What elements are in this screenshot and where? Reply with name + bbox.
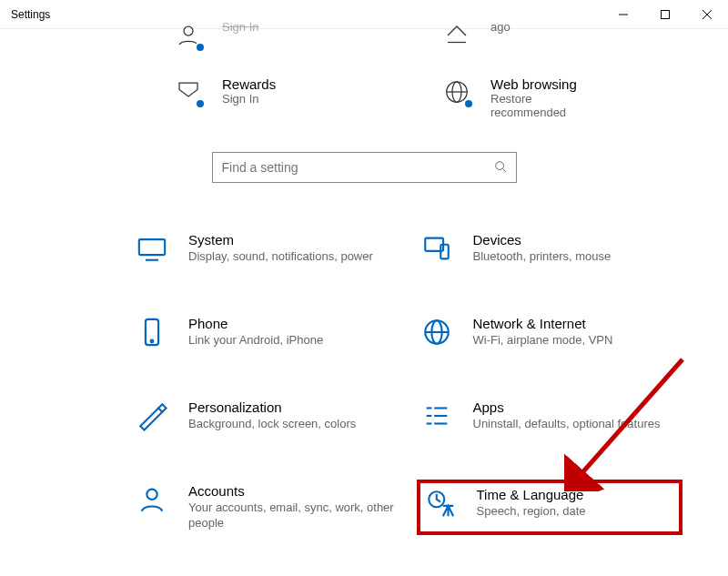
- apps-icon: [420, 399, 453, 432]
- category-title: Time & Language: [477, 487, 586, 502]
- status-sub: ago: [490, 20, 511, 34]
- category-sub: Wi-Fi, airplane mode, VPN: [473, 333, 613, 349]
- status-title: Rewards: [222, 76, 276, 92]
- category-system[interactable]: System Display, sound, notifications, po…: [132, 228, 399, 268]
- personalization-icon: [136, 399, 168, 432]
- status-sub: Restore: [490, 92, 577, 106]
- svg-rect-14: [146, 319, 158, 345]
- category-time-language[interactable]: Time & Language Speech, region, date: [417, 480, 683, 535]
- category-sub: Bluetooth, printers, mouse: [473, 249, 612, 265]
- rewards-icon: [173, 76, 204, 107]
- svg-rect-10: [139, 239, 165, 255]
- settings-categories: System Display, sound, notifications, po…: [0, 228, 728, 535]
- svg-line-9: [502, 168, 506, 172]
- system-icon: [136, 232, 168, 265]
- time-language-icon: [424, 487, 457, 520]
- svg-point-8: [495, 161, 503, 169]
- close-icon: [703, 10, 712, 19]
- status-dot: [195, 42, 206, 53]
- svg-point-15: [151, 340, 154, 343]
- window-title: Settings: [11, 8, 50, 21]
- category-sub: Display, sound, notifications, power: [188, 249, 373, 265]
- svg-point-25: [147, 490, 157, 500]
- category-network[interactable]: Network & Internet Wi-Fi, airplane mode,…: [417, 312, 683, 352]
- category-sub: Speech, region, date: [477, 504, 586, 520]
- category-devices[interactable]: Devices Bluetooth, printers, mouse: [417, 228, 683, 268]
- category-title: System: [188, 232, 373, 248]
- close-button[interactable]: [686, 0, 728, 28]
- status-sub2: recommended: [490, 106, 577, 119]
- globe-icon: [441, 76, 472, 107]
- minimize-icon: [619, 10, 628, 19]
- svg-rect-1: [662, 10, 670, 18]
- category-sub: Background, lock screen, colors: [188, 417, 356, 432]
- user-icon: [173, 20, 204, 51]
- category-title: Personalization: [188, 399, 356, 415]
- status-sub: Sign In: [222, 92, 276, 106]
- status-item-signin[interactable]: Sign In: [173, 20, 423, 51]
- network-icon: [420, 316, 453, 349]
- status-item-update[interactable]: ago: [441, 20, 692, 51]
- status-title: Web browsing: [490, 76, 577, 92]
- status-item-web-browsing[interactable]: Web browsing Restore recommended: [441, 76, 692, 119]
- category-title: Network & Internet: [473, 316, 613, 331]
- category-title: Devices: [473, 232, 612, 248]
- svg-point-4: [184, 26, 193, 35]
- status-row-upper: Sign In ago: [0, 20, 728, 60]
- category-personalization[interactable]: Personalization Background, lock screen,…: [132, 396, 399, 436]
- search-wrap: [0, 152, 728, 183]
- category-sub: Uninstall, defaults, optional features: [473, 417, 661, 432]
- category-phone[interactable]: Phone Link your Android, iPhone: [132, 312, 399, 352]
- accounts-icon: [136, 483, 168, 516]
- category-sub: Your accounts, email, sync, work, other …: [188, 500, 395, 531]
- update-icon: [441, 20, 472, 51]
- maximize-icon: [661, 10, 670, 19]
- category-sub: Link your Android, iPhone: [188, 333, 323, 349]
- category-title: Accounts: [188, 483, 395, 499]
- status-sub: Sign In: [222, 20, 258, 34]
- devices-icon: [420, 232, 453, 265]
- category-apps[interactable]: Apps Uninstall, defaults, optional featu…: [417, 396, 683, 436]
- search-input[interactable]: [222, 160, 487, 175]
- category-title: Apps: [473, 399, 661, 415]
- status-item-rewards[interactable]: Rewards Sign In: [173, 76, 423, 119]
- status-row-lower: Rewards Sign In Web browsing Restore rec…: [0, 76, 728, 128]
- search-box[interactable]: [212, 152, 517, 183]
- phone-icon: [136, 316, 168, 349]
- status-dot: [463, 98, 474, 109]
- search-icon: [494, 160, 507, 176]
- category-title: Phone: [188, 316, 323, 331]
- status-dot: [195, 98, 206, 109]
- category-accounts[interactable]: Accounts Your accounts, email, sync, wor…: [132, 480, 399, 535]
